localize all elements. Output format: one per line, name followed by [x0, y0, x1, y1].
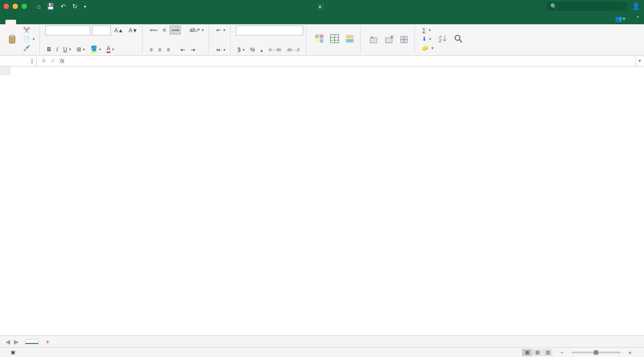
insert-cells-button[interactable] — [366, 26, 381, 54]
font-family-select[interactable] — [45, 26, 90, 35]
formula-bar: ▲▼ ✕ ✓ fx ▼ — [0, 56, 644, 66]
borders-button[interactable]: ⊞▾ — [75, 45, 87, 54]
view-page-break-button[interactable]: ▥ — [543, 349, 553, 356]
decrease-font-button[interactable]: A▼ — [127, 26, 139, 35]
tab-developer[interactable] — [91, 20, 102, 24]
format-painter-button[interactable]: 🖌️ — [22, 44, 37, 53]
insert-cells-icon — [369, 35, 379, 44]
enter-formula-icon[interactable]: ✓ — [51, 57, 56, 64]
qat-customize-icon[interactable]: ▾ — [84, 4, 86, 9]
zoom-thumb[interactable] — [594, 350, 598, 355]
increase-indent-button[interactable]: ⇥ — [189, 45, 197, 54]
select-all-corner[interactable] — [0, 66, 10, 75]
tab-review[interactable] — [70, 20, 81, 24]
tab-view[interactable] — [81, 20, 91, 24]
format-cells-icon — [399, 35, 409, 44]
decrease-indent-button[interactable]: ⇤ — [179, 45, 187, 54]
clear-button[interactable]: 🧽▾ — [420, 44, 435, 53]
svg-rect-5 — [320, 35, 323, 38]
save-icon[interactable]: 💾 — [47, 3, 54, 10]
view-page-layout-button[interactable]: ▤ — [532, 349, 542, 356]
cut-button[interactable]: ✂️ — [22, 26, 37, 35]
cancel-formula-icon[interactable]: ✕ — [41, 57, 46, 64]
percent-button[interactable]: % — [248, 45, 257, 54]
zoom-slider[interactable] — [571, 352, 621, 353]
wrap-text-button[interactable]: ↩▾ — [214, 26, 227, 35]
ribbon-group-clipboard: ✂️ 📄▾ 🖌️ — [2, 26, 40, 54]
align-right-button[interactable]: ≡ — [165, 45, 172, 54]
align-bottom-button[interactable]: ⟹ — [170, 26, 181, 35]
align-middle-button[interactable]: ≡ — [161, 26, 168, 35]
currency-button[interactable]: $▾ — [236, 45, 247, 54]
copy-button[interactable]: 📄▾ — [22, 35, 37, 44]
cell-styles-button[interactable] — [342, 26, 357, 54]
svg-rect-7 — [320, 39, 323, 43]
user-account-icon[interactable]: 👤 — [632, 2, 640, 10]
close-window-button[interactable] — [4, 4, 9, 9]
align-left-button[interactable]: ≡ — [148, 45, 155, 54]
sort-filter-button[interactable]: AZ — [435, 26, 451, 54]
percent-icon: % — [250, 47, 255, 53]
minimize-window-button[interactable] — [13, 4, 18, 9]
decrease-font-icon: A▼ — [129, 27, 138, 34]
font-size-select[interactable] — [92, 26, 111, 35]
tab-home[interactable] — [5, 20, 16, 24]
tab-data[interactable] — [59, 20, 70, 24]
add-sheet-button[interactable]: + — [43, 337, 52, 346]
delete-cells-button[interactable]: ✕ — [381, 26, 396, 54]
zoom-out-button[interactable]: − — [559, 350, 565, 355]
document-title: x — [318, 3, 326, 9]
fill-color-button[interactable]: 🪣▾ — [89, 44, 103, 54]
comma-button[interactable]: ❟ — [259, 45, 265, 54]
name-box[interactable]: ▲▼ — [0, 56, 37, 66]
font-color-button[interactable]: A▾ — [105, 44, 116, 54]
tab-page-layout[interactable] — [38, 20, 48, 24]
sheet-nav-prev[interactable]: ◀ — [4, 338, 12, 345]
macro-record-icon[interactable]: ▣ — [11, 349, 15, 355]
name-box-stepper[interactable]: ▲▼ — [30, 58, 34, 64]
chevron-down-icon: ▾ — [243, 48, 245, 52]
svg-text:✕: ✕ — [390, 35, 394, 40]
share-button[interactable]: 👥+ — [610, 13, 632, 24]
expand-formula-bar-button[interactable]: ▼ — [635, 56, 644, 66]
spreadsheet-grid[interactable] — [0, 66, 644, 335]
orientation-button[interactable]: ab↗▾ — [188, 26, 206, 35]
tab-draw[interactable] — [27, 20, 38, 24]
decrease-decimal-button[interactable]: .00→.0 — [285, 46, 301, 53]
redo-icon[interactable]: ↻ — [72, 3, 78, 10]
maximize-window-button[interactable] — [22, 4, 27, 9]
formula-input[interactable] — [68, 57, 635, 64]
tab-formulas[interactable] — [48, 20, 59, 24]
collapse-ribbon-button[interactable]: ˄ — [632, 13, 644, 24]
increase-decimal-button[interactable]: .0→.00 — [266, 46, 283, 53]
increase-font-button[interactable]: A▲ — [113, 26, 125, 35]
underline-button[interactable]: U▾ — [61, 45, 73, 54]
autosum-button[interactable]: ∑▾ — [420, 26, 435, 35]
chevron-down-icon: ▾ — [431, 46, 434, 50]
search-sheet-box[interactable]: 🔍 — [547, 2, 627, 11]
fill-button[interactable]: ⬇▾ — [420, 35, 435, 44]
view-normal-button[interactable]: ▦ — [522, 349, 532, 356]
home-icon[interactable]: ⌂ — [37, 3, 40, 10]
bold-button[interactable]: B — [45, 45, 53, 54]
merge-center-button[interactable]: ⇔▾ — [214, 45, 227, 54]
italic-button[interactable]: I — [55, 45, 60, 54]
format-as-table-button[interactable] — [327, 26, 342, 54]
find-select-button[interactable] — [451, 26, 466, 54]
conditional-formatting-button[interactable] — [312, 26, 327, 54]
zoom-in-button[interactable]: + — [627, 350, 633, 355]
fx-icon[interactable]: fx — [60, 58, 64, 64]
tab-insert[interactable] — [16, 20, 27, 24]
eraser-icon: 🧽 — [422, 45, 429, 51]
number-format-select[interactable] — [236, 26, 303, 35]
paste-button[interactable] — [4, 26, 20, 54]
undo-icon[interactable]: ↶ — [61, 3, 66, 10]
name-box-input[interactable] — [3, 58, 28, 64]
align-center-button[interactable]: ≡ — [157, 45, 163, 54]
search-icon: 🔍 — [550, 3, 557, 9]
format-cells-button[interactable] — [396, 26, 412, 54]
align-top-button[interactable]: ⟸ — [148, 26, 159, 35]
search-input[interactable] — [559, 3, 624, 9]
sheet-nav-next[interactable]: ▶ — [12, 338, 21, 345]
sheet-tab-sheet1[interactable] — [25, 339, 39, 344]
